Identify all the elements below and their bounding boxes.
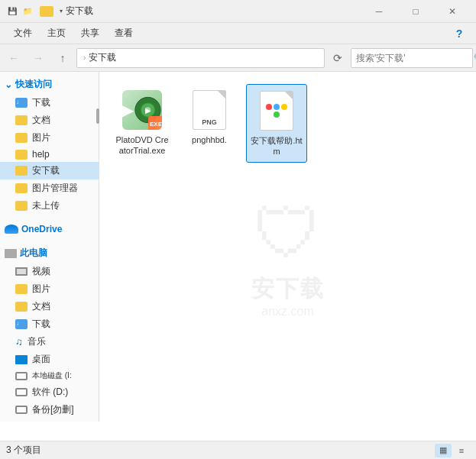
sidebar-item-help[interactable]: help xyxy=(0,147,99,162)
quick-access-dropdown[interactable]: ▾ xyxy=(57,7,66,16)
png-label: PNG xyxy=(202,118,217,126)
view-icons-button[interactable]: ▦ xyxy=(435,444,452,457)
sidebar-item-anxiazai[interactable]: 安下载 xyxy=(0,162,99,179)
minimize-button[interactable]: ─ xyxy=(361,0,397,23)
menu-file[interactable]: 文件 xyxy=(6,24,40,43)
sidebar-pc-pics-label: 图片 xyxy=(32,283,50,296)
menu-home[interactable]: 主页 xyxy=(40,24,73,43)
back-button[interactable]: ← xyxy=(3,47,24,69)
sidebar-localdisk-label: 本地磁盘 (I: xyxy=(32,370,72,381)
circle-green xyxy=(274,112,280,118)
png-icon-graphic: PNG xyxy=(193,90,226,130)
view-list-button[interactable]: ≡ xyxy=(453,444,470,457)
sidebar: ⌄ 快速访问 ↓ 下载 文档 图片 help xyxy=(0,72,99,422)
menu-bar: 文件 主页 共享 查看 ? xyxy=(0,23,476,44)
quick-access-chevron: ⌄ xyxy=(5,79,12,90)
watermark-text: 安下载 xyxy=(251,273,325,305)
help-button[interactable]: ? xyxy=(448,23,470,44)
sidebar-item-notuploaded[interactable]: 未上传 xyxy=(0,197,99,215)
window-controls: ─ □ ✕ xyxy=(361,0,470,23)
sidebar-drive-d-label: 软件 (D:) xyxy=(32,386,68,399)
sidebar-item-backup[interactable]: 备份[勿删] xyxy=(0,401,99,419)
watermark: 🛡 安下载 anxz.com xyxy=(251,195,325,318)
files-grid: ▶ EXE PlatoDVD CreatorTrial.exe PNG xyxy=(108,81,467,166)
forward-button[interactable]: → xyxy=(28,47,49,69)
title-bar: 💾 📁 ▾ 安下载 ─ □ ✕ xyxy=(0,0,476,23)
menu-view[interactable]: 查看 xyxy=(107,24,141,43)
music-icon: ♫ xyxy=(15,336,23,347)
htm-circles xyxy=(266,104,287,118)
sidebar-pc-header[interactable]: 此电脑 xyxy=(0,244,99,263)
status-bar: 3 个项目 ▦ ≡ xyxy=(0,441,476,459)
file-item-htm[interactable]: 安下载帮助.htm xyxy=(246,84,307,163)
sidebar-item-download[interactable]: ↓ 下载 xyxy=(0,94,99,112)
svg-text:▶: ▶ xyxy=(145,107,151,115)
sidebar-backup-label: 备份[勿删] xyxy=(32,403,74,416)
htm-file-name: 安下载帮助.htm xyxy=(250,135,303,157)
toolbar: ← → ↑ › 安下载 ⟳ 🔍 xyxy=(0,44,476,72)
main-container: ⌄ 快速访问 ↓ 下载 文档 图片 help xyxy=(0,72,476,441)
pc-label: 此电脑 xyxy=(20,247,47,260)
status-count: 3 个项目 xyxy=(6,444,41,457)
new-folder-icon[interactable]: 📁 xyxy=(21,5,34,18)
menu-share[interactable]: 共享 xyxy=(73,24,107,43)
sidebar-item-download-label: 下载 xyxy=(32,96,50,109)
sidebar-item-music[interactable]: ♫ 音乐 xyxy=(0,333,99,351)
sidebar-item-picmgr[interactable]: 图片管理器 xyxy=(0,179,99,197)
folder-icon-small xyxy=(40,6,53,17)
quick-access-label: 快速访问 xyxy=(15,78,52,91)
file-item-plato[interactable]: ▶ EXE PlatoDVD CreatorTrial.exe xyxy=(112,84,173,163)
sidebar-pc-download-label: 下载 xyxy=(32,318,50,331)
view-toggle-buttons: ▦ ≡ xyxy=(435,444,470,457)
address-separator: › xyxy=(83,53,86,62)
sidebar-item-drive-d[interactable]: 软件 (D:) xyxy=(0,383,99,401)
sidebar-wrapper: ⌄ 快速访问 ↓ 下载 文档 图片 help xyxy=(0,72,99,441)
sidebar-desktop-label: 桌面 xyxy=(32,353,50,366)
sidebar-item-docs[interactable]: 文档 xyxy=(0,112,99,129)
window-title: 安下载 xyxy=(66,5,361,18)
sidebar-item-desktop[interactable]: 桌面 xyxy=(0,351,99,368)
plato-badge: EXE xyxy=(148,116,162,130)
maximize-button[interactable]: □ xyxy=(398,0,433,23)
onedrive-label: OneDrive xyxy=(21,224,62,234)
sidebar-item-video[interactable]: 视频 xyxy=(0,263,99,280)
sidebar-item-pics-label: 图片 xyxy=(32,131,50,144)
save-icon[interactable]: 💾 xyxy=(6,5,18,18)
circle-yellow xyxy=(281,104,287,110)
sidebar-item-pc-docs[interactable]: 文档 xyxy=(0,298,99,315)
up-button[interactable]: ↑ xyxy=(52,47,73,69)
title-bar-quick-access: 💾 📁 xyxy=(6,5,34,18)
sidebar-pc-docs-label: 文档 xyxy=(32,300,50,313)
content-area: 🛡 安下载 anxz.com ▶ EXE xyxy=(99,72,476,441)
search-input[interactable] xyxy=(356,53,471,63)
file-item-png[interactable]: PNG pnghhbd. xyxy=(179,84,240,163)
sidebar-item-pics[interactable]: 图片 xyxy=(0,129,99,147)
sidebar-music-label: 音乐 xyxy=(28,335,46,348)
plato-icon-graphic: ▶ EXE xyxy=(122,90,162,130)
watermark-shield-icon: 🛡 xyxy=(254,195,322,273)
sidebar-item-localdisk[interactable]: 本地磁盘 (I: xyxy=(0,368,99,383)
title-text: 安下载 xyxy=(66,5,93,16)
watermark-subtext: anxz.com xyxy=(261,305,313,318)
sidebar-quick-access-header[interactable]: ⌄ 快速访问 xyxy=(0,75,99,94)
address-bar[interactable]: › 安下载 xyxy=(76,48,325,68)
search-bar[interactable]: 🔍 xyxy=(351,48,473,68)
plato-file-icon: ▶ EXE xyxy=(121,89,164,131)
sidebar-item-anxiazai-label: 安下载 xyxy=(32,164,60,177)
close-button[interactable]: ✕ xyxy=(435,0,470,23)
png-file-icon: PNG xyxy=(188,89,231,131)
sidebar-item-docs-label: 文档 xyxy=(32,114,50,127)
sidebar-item-pc-download[interactable]: ↓ 下载 xyxy=(0,315,99,333)
sidebar-item-picmgr-label: 图片管理器 xyxy=(32,182,78,195)
sidebar-item-notuploaded-label: 未上传 xyxy=(32,199,60,212)
sidebar-item-help-label: help xyxy=(32,149,50,160)
circle-blue xyxy=(274,104,280,110)
htm-file-icon xyxy=(255,89,298,132)
address-path: 安下载 xyxy=(89,51,116,64)
plato-file-name: PlatoDVD CreatorTrial.exe xyxy=(115,134,170,157)
sidebar-video-label: 视频 xyxy=(32,265,50,278)
sidebar-item-pc-pics[interactable]: 图片 xyxy=(0,280,99,298)
sidebar-onedrive-header[interactable]: OneDrive xyxy=(0,221,99,238)
refresh-button[interactable]: ⟳ xyxy=(328,48,348,68)
circle-red xyxy=(266,104,272,110)
